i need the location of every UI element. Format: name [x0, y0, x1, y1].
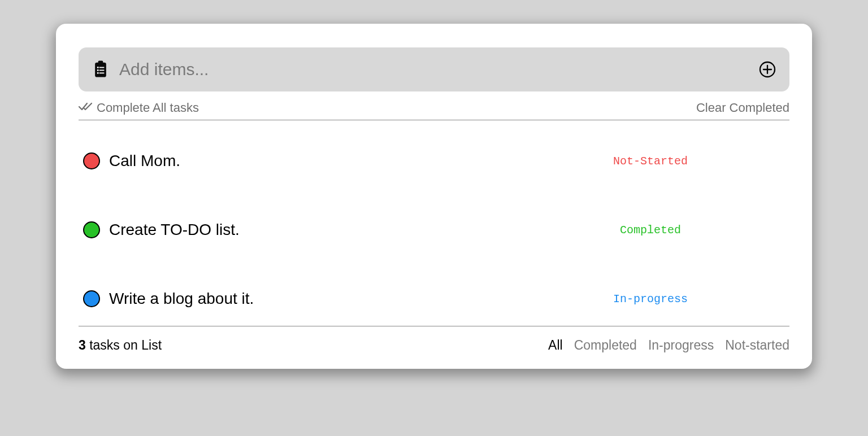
add-item-button[interactable]	[759, 61, 776, 78]
complete-all-button[interactable]: Complete All tasks	[79, 101, 199, 115]
task-title: Call Mom.	[109, 152, 516, 170]
clipboard-icon	[92, 60, 109, 79]
task-title: Write a blog about it.	[109, 290, 516, 308]
double-check-icon	[79, 101, 93, 115]
task-count: 3 tasks on List	[79, 338, 162, 353]
filter-not-started[interactable]: Not-started	[725, 338, 789, 353]
svg-rect-4	[97, 69, 99, 71]
svg-rect-2	[97, 67, 99, 68]
status-dot[interactable]	[83, 221, 100, 238]
filter-in-progress[interactable]: In-progress	[648, 338, 714, 353]
svg-rect-7	[99, 72, 105, 73]
svg-rect-1	[98, 61, 103, 65]
filter-completed[interactable]: Completed	[574, 338, 637, 353]
svg-rect-6	[97, 72, 99, 74]
status-dot[interactable]	[83, 290, 100, 307]
todo-card: Complete All tasks Clear Completed Call …	[56, 24, 812, 369]
add-item-bar	[79, 47, 789, 91]
top-actions: Complete All tasks Clear Completed	[79, 101, 789, 120]
task-row: Call Mom.Not-Started	[79, 139, 789, 182]
task-count-number: 3	[79, 338, 86, 352]
filter-list: AllCompletedIn-progressNot-started	[548, 338, 789, 353]
clear-completed-label: Clear Completed	[696, 101, 789, 115]
svg-rect-3	[99, 67, 105, 68]
add-item-input[interactable]	[119, 60, 749, 79]
task-title: Create TO-DO list.	[109, 221, 516, 239]
complete-all-label: Complete All tasks	[97, 101, 199, 115]
status-dot[interactable]	[83, 152, 100, 169]
task-count-suffix: tasks on List	[86, 338, 162, 352]
clear-completed-button[interactable]: Clear Completed	[696, 101, 789, 115]
status-label: In-progress	[516, 293, 785, 306]
svg-rect-5	[99, 69, 105, 71]
status-label: Not-Started	[516, 155, 785, 168]
footer: 3 tasks on List AllCompletedIn-progressN…	[79, 326, 789, 353]
task-row: Write a blog about it.In-progress	[79, 277, 789, 320]
filter-all[interactable]: All	[548, 338, 563, 353]
status-label: Completed	[516, 224, 785, 237]
task-list: Call Mom.Not-StartedCreate TO-DO list.Co…	[79, 120, 789, 326]
task-row: Create TO-DO list.Completed	[79, 208, 789, 251]
